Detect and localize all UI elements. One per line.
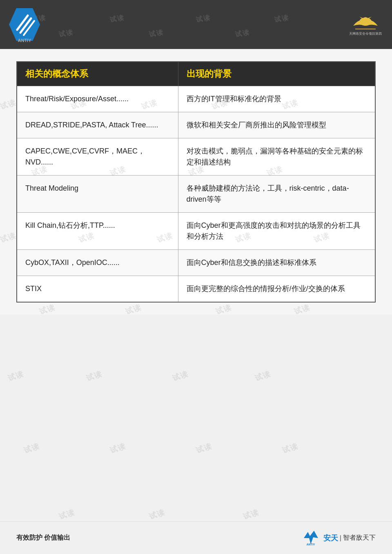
main-content: 相关的概念体系 出现的背景 Threat/Risk/Exposure/Asset… <box>0 49 392 315</box>
table-cell-col1-row4: Kill Chain,钻石分析,TTP...... <box>17 213 178 250</box>
header-watermark-5: 试读 <box>58 28 74 39</box>
table-row: STIX面向更完整的综合性的情报分析/作业/交换的体系 <box>17 276 375 303</box>
footer-logo-text: 安天 <box>323 533 338 543</box>
wm31: 试读 <box>281 441 300 455</box>
svg-marker-0 <box>9 8 40 41</box>
table-cell-col2-row3: 各种威胁建模的方法论，工具，risk-centric，data-driven等等 <box>178 176 375 213</box>
table-cell-col2-row5: 面向Cyber和信息交换的描述和标准体系 <box>178 250 375 276</box>
header-right: 安天网络安全令项目第四期 <box>347 10 384 39</box>
footer-logo-slogan: 智者敌天下 <box>343 534 376 542</box>
col1-header: 相关的概念体系 <box>17 62 178 86</box>
svg-point-5 <box>363 17 368 22</box>
header-watermark-7: 试读 <box>234 28 250 39</box>
content-table: 相关的概念体系 出现的背景 Threat/Risk/Exposure/Asset… <box>16 61 376 303</box>
table-cell-col1-row0: Threat/Risk/Exposure/Asset...... <box>17 86 178 112</box>
table-row: CAPEC,CWE,CVE,CVRF，MAEC，NVD......对攻击模式，脆… <box>17 138 375 176</box>
header-watermark-2: 试读 <box>109 13 125 24</box>
wm28: 试读 <box>22 441 41 455</box>
footer-brand: ANTIY 安天 | 智者敌天下 <box>302 530 376 546</box>
wm27: 试读 <box>254 369 272 383</box>
header-watermark-6: 试读 <box>148 28 164 39</box>
table-row: Threat Modeling各种威胁建模的方法论，工具，risk-centri… <box>17 176 375 213</box>
footer-logo-icon: ANTIY <box>302 530 320 546</box>
header: 试读 试读 试读 试读 试读 试读 试读 ANTIY <box>0 0 392 49</box>
table-cell-col2-row2: 对攻击模式，脆弱点，漏洞等各种基础的安全元素的标定和描述结构 <box>178 138 375 176</box>
table-cell-col1-row5: CybOX,TAXII，OpenIOC...... <box>17 250 178 276</box>
table-cell-col2-row4: 面向Cyber和更高强度的攻击和对抗的场景的分析工具和分析方法 <box>178 213 375 250</box>
wm24: 试读 <box>7 369 25 383</box>
table-row: CybOX,TAXII，OpenIOC......面向Cyber和信息交换的描述… <box>17 250 375 276</box>
table-cell-col2-row1: 微软和相关安全厂商所推出的风险管理模型 <box>178 112 375 138</box>
wm34: 试读 <box>242 507 261 522</box>
header-watermarks: 试读 试读 试读 试读 试读 试读 试读 <box>0 0 392 49</box>
table-cell-col2-row0: 西方的IT管理和标准化的背景 <box>178 86 375 112</box>
table-cell-col1-row3: Threat Modeling <box>17 176 178 213</box>
table-header-row: 相关的概念体系 出现的背景 <box>17 62 375 86</box>
wm30: 试读 <box>195 441 214 455</box>
header-brand-icon: 安天网络安全令项目第四期 <box>349 13 382 36</box>
wm32: 试读 <box>58 507 76 522</box>
logo-area: ANTIY <box>8 7 41 42</box>
svg-text:安天网络安全令项目第四期: 安天网络安全令项目第四期 <box>349 32 382 36</box>
wm29: 试读 <box>109 441 127 455</box>
header-watermark-3: 试读 <box>195 13 211 24</box>
antiy-text: ANTIY <box>8 38 41 43</box>
table-row: Threat/Risk/Exposure/Asset......西方的IT管理和… <box>17 86 375 112</box>
table-cell-col1-row6: STIX <box>17 276 178 303</box>
antiy-logo-icon <box>8 7 41 42</box>
footer-slogan: 有效防护 价值输出 <box>16 534 70 542</box>
table-cell-col2-row6: 面向更完整的综合性的情报分析/作业/交换的体系 <box>178 276 375 303</box>
table-row: Kill Chain,钻石分析,TTP......面向Cyber和更高强度的攻击… <box>17 213 375 250</box>
wm26: 试读 <box>171 369 190 383</box>
table-row: DREAD,STRIDE,PASTA, Attack Tree......微软和… <box>17 112 375 138</box>
header-watermark-4: 试读 <box>274 13 290 24</box>
wm25: 试读 <box>85 369 104 383</box>
table-cell-col1-row1: DREAD,STRIDE,PASTA, Attack Tree...... <box>17 112 178 138</box>
col2-header: 出现的背景 <box>178 62 375 86</box>
header-brand-logo: 安天网络安全令项目第四期 <box>347 10 384 39</box>
wm33: 试读 <box>148 507 167 522</box>
table-cell-col1-row2: CAPEC,CWE,CVE,CVRF，MAEC，NVD...... <box>17 138 178 176</box>
footer: 有效防护 价值输出 ANTIY 安天 | 智者敌天下 <box>0 521 392 554</box>
svg-text:ANTIY: ANTIY <box>306 543 315 546</box>
